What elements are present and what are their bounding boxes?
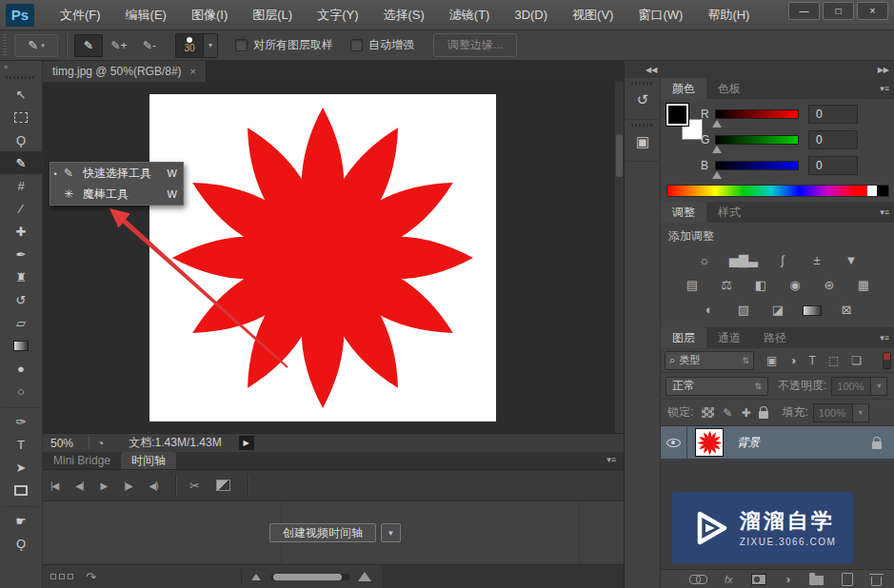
menu-item[interactable]: 编辑(E)	[113, 0, 179, 29]
sample-all-layers-option[interactable]: 对所有图层取样	[235, 37, 333, 53]
lock-position-icon[interactable]: ✚	[741, 406, 750, 420]
next-frame-button[interactable]: |▶	[124, 480, 131, 491]
path-selection-tool[interactable]: ➤	[0, 456, 42, 479]
move-tool[interactable]: ↖	[0, 83, 42, 106]
dodge-tool[interactable]: ○	[0, 380, 42, 402]
document-tab[interactable]: timg.jpg @ 50%(RGB/8#) ×	[43, 61, 207, 82]
invert-icon[interactable]: ◐	[700, 302, 719, 319]
lock-transparent-pixels-icon[interactable]	[702, 407, 714, 418]
timeline-panel-menu-icon[interactable]: ▾≡	[606, 455, 616, 464]
channel-value-field[interactable]: 0	[808, 130, 858, 149]
zoom-tool[interactable]: Ǫ	[0, 532, 42, 555]
layer-effects-icon[interactable]: fx	[725, 574, 733, 585]
channel-slider[interactable]	[715, 161, 799, 170]
slider-thumb[interactable]	[273, 574, 342, 580]
status-options-arrow[interactable]: ▶	[239, 436, 254, 450]
delete-layer-icon[interactable]	[871, 573, 882, 586]
channel-slider[interactable]	[715, 135, 799, 145]
fill-dropdown-button[interactable]: ▾	[853, 403, 869, 422]
options-grip[interactable]	[3, 34, 7, 57]
new-adjustment-layer-icon[interactable]: ◑	[785, 573, 791, 586]
filter-type-dropdown[interactable]: ⌕ 类型 ⇅	[665, 351, 754, 370]
filter-shape-layers-icon[interactable]: ⬚	[828, 354, 839, 367]
gradient-map-icon[interactable]	[803, 305, 822, 316]
hand-tool[interactable]: ☛	[0, 509, 42, 532]
tab-mini-bridge[interactable]: Mini Bridge	[43, 452, 121, 469]
lock-all-icon[interactable]	[759, 406, 768, 419]
tool-preset-button[interactable]: ✎ ▾	[14, 34, 58, 57]
gradient-tool[interactable]	[0, 334, 42, 357]
spectrum-gradient[interactable]	[667, 186, 867, 196]
threshold-icon[interactable]: ◪	[768, 302, 787, 319]
history-brush-tool[interactable]: ↺	[0, 288, 42, 311]
toolbar-grip[interactable]	[6, 76, 36, 79]
selective-color-icon[interactable]: ⊠	[837, 302, 856, 319]
split-clip-button[interactable]: ✂	[189, 479, 199, 493]
new-layer-icon[interactable]	[842, 573, 853, 586]
opacity-value-field[interactable]: 100%	[831, 377, 871, 396]
color-balance-icon[interactable]: ⚖	[717, 277, 736, 294]
3d-panel-button[interactable]: ▣	[625, 120, 661, 162]
zoom-level-field[interactable]: 50%	[43, 437, 83, 450]
auto-enhance-option[interactable]: 自动增强	[350, 37, 414, 53]
layer-thumbnail[interactable]	[695, 428, 724, 457]
menu-item[interactable]: 3D(D)	[502, 0, 560, 29]
tab-swatches[interactable]: 色板	[706, 78, 752, 99]
eyedropper-tool[interactable]: ∕	[0, 197, 42, 220]
maximize-button[interactable]: □	[823, 2, 854, 20]
blend-mode-dropdown[interactable]: 正常 ⇅	[666, 377, 768, 396]
blur-tool[interactable]: ●	[0, 357, 42, 380]
sample-all-layers-checkbox[interactable]	[235, 39, 248, 51]
foreground-color-swatch[interactable]	[666, 103, 689, 127]
tab-close-icon[interactable]: ×	[190, 66, 196, 77]
quick-selection-tool-item[interactable]: ▪ ✎ 快速选择工具 W	[50, 163, 183, 184]
filter-smart-objects-icon[interactable]: ❏	[851, 354, 862, 367]
first-frame-button[interactable]: |◀	[50, 480, 58, 491]
color-lookup-icon[interactable]: ▦	[854, 277, 873, 294]
menu-item[interactable]: 选择(S)	[370, 0, 436, 29]
magic-wand-tool-item[interactable]: ✳ 魔棒工具 W	[50, 184, 183, 205]
menu-item[interactable]: 图像(I)	[179, 0, 240, 29]
menu-item[interactable]: 图层(L)	[240, 0, 305, 29]
tab-timeline[interactable]: 时间轴	[121, 452, 176, 469]
white-swatch[interactable]	[867, 186, 877, 196]
crop-tool[interactable]: #	[0, 174, 42, 197]
rectangle-tool[interactable]	[0, 479, 42, 501]
render-export-icon[interactable]: ↷	[86, 570, 96, 584]
tab-channels[interactable]: 通道	[706, 327, 752, 348]
history-panel-button[interactable]: ↺	[625, 78, 661, 120]
opacity-dropdown-button[interactable]: ▾	[871, 377, 887, 396]
exposure-icon[interactable]: ±	[807, 252, 826, 269]
color-spectrum-ramp[interactable]	[666, 185, 889, 197]
lasso-tool[interactable]: Ϙ	[0, 128, 42, 151]
menu-item[interactable]: 帮助(H)	[695, 0, 762, 29]
scrollbar-thumb[interactable]	[616, 134, 623, 177]
tab-adjustments[interactable]: 调整	[661, 202, 706, 223]
panel-menu-icon[interactable]: ▾≡	[880, 333, 889, 343]
link-layers-icon[interactable]	[689, 575, 706, 583]
tool-separator[interactable]	[3, 501, 39, 507]
play-button[interactable]: ▶	[101, 480, 108, 491]
vibrance-icon[interactable]: ▼	[842, 252, 861, 269]
brightness-contrast-icon[interactable]: ☼	[695, 252, 714, 269]
add-to-selection-mode-button[interactable]: ✎+	[105, 34, 133, 57]
collapse-panels-icon[interactable]: ◀◀	[646, 66, 657, 74]
brush-tool[interactable]: ✒	[0, 243, 42, 265]
black-swatch[interactable]	[877, 186, 888, 196]
channel-slider[interactable]	[715, 109, 799, 119]
rectangular-marquee-tool[interactable]	[0, 106, 42, 128]
menu-item[interactable]: 文字(Y)	[305, 0, 370, 29]
levels-icon[interactable]: ▅▇▃	[729, 252, 758, 269]
zoom-in-timeline-icon[interactable]	[358, 572, 371, 581]
timeline-zoom-slider[interactable]	[270, 574, 350, 580]
eraser-tool[interactable]: ▱	[0, 311, 42, 334]
visibility-cell[interactable]	[661, 426, 687, 459]
toolbar-collapse-button[interactable]: »	[0, 61, 42, 74]
close-button[interactable]: ×	[857, 2, 888, 20]
auto-enhance-checkbox[interactable]	[350, 39, 363, 51]
tab-layers[interactable]: 图层	[661, 327, 706, 348]
photo-filter-icon[interactable]: ◉	[785, 277, 805, 294]
filter-adjustment-layers-icon[interactable]: ◑	[789, 354, 796, 367]
menu-item[interactable]: 视图(V)	[560, 0, 626, 29]
channel-mixer-icon[interactable]: ⊛	[820, 277, 839, 294]
